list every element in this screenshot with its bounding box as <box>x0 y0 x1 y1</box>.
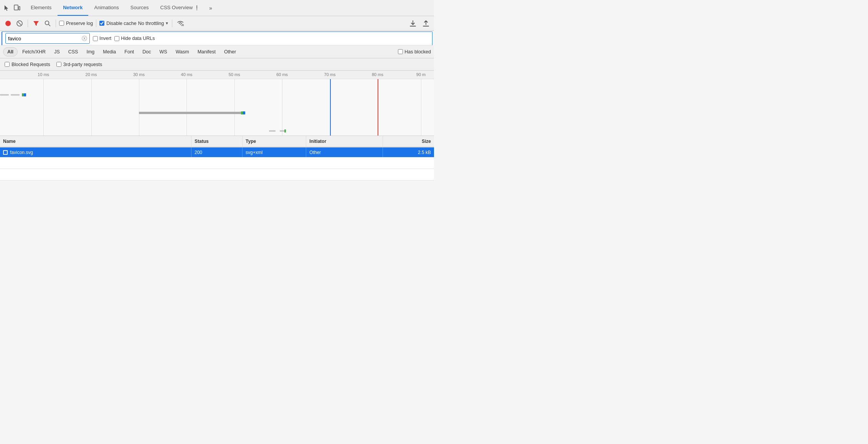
network-settings-button[interactable] <box>175 18 185 28</box>
type-filter-fetch-xhr[interactable]: Fetch/XHR <box>18 48 50 56</box>
type-filter-bar: All Fetch/XHR JS CSS Img Media Font Doc … <box>0 45 434 58</box>
ruler-mark-60ms: 60 ms <box>276 72 288 77</box>
bar-stall-1 <box>0 94 9 96</box>
search-input-wrapper: ⓧ <box>5 33 90 44</box>
td-status: 200 <box>191 147 243 157</box>
export-button[interactable] <box>421 18 431 28</box>
bar-ttfb-3 <box>284 129 286 133</box>
separator-3 <box>96 20 96 27</box>
bar-download-2 <box>243 111 245 114</box>
table-empty-row-2 <box>0 169 434 181</box>
td-type: svg+xml <box>243 147 306 157</box>
ruler-mark-10ms: 10 ms <box>38 72 49 77</box>
waterfall-row-1 <box>0 91 434 99</box>
waterfall-timeline: 10 ms 20 ms 30 ms 40 ms 50 ms 60 ms 70 m… <box>0 71 434 136</box>
table-header: Name Status Type Initiator Size <box>0 136 434 147</box>
tab-animations[interactable]: Animations <box>89 0 124 16</box>
col-type[interactable]: Type <box>243 136 306 147</box>
col-status[interactable]: Status <box>191 136 243 147</box>
filter-bar: ⓧ Invert Hide data URLs <box>2 31 432 45</box>
svg-point-2 <box>196 9 197 10</box>
search-button[interactable] <box>43 18 53 28</box>
col-initiator[interactable]: Initiator <box>306 136 383 147</box>
bar-stall-4 <box>280 130 284 132</box>
td-size: 2.5 kB <box>383 147 434 157</box>
svg-line-5 <box>18 22 21 25</box>
cursor-icon[interactable] <box>3 4 11 12</box>
blocked-requests-bar: Blocked Requests 3rd-party requests <box>0 58 434 71</box>
hide-data-urls-checkbox[interactable] <box>114 36 119 41</box>
search-input[interactable] <box>8 36 80 41</box>
ruler-mark-30ms: 30 ms <box>133 72 145 77</box>
waterfall-row-3 <box>0 127 434 135</box>
type-filter-manifest[interactable]: Manifest <box>194 48 219 56</box>
svg-point-6 <box>45 21 49 25</box>
bar-download-1 <box>24 93 26 96</box>
tab-network[interactable]: Network <box>58 0 88 16</box>
ruler-mark-40ms: 40 ms <box>181 72 192 77</box>
svg-point-3 <box>5 21 11 26</box>
devtools-icons <box>3 4 21 12</box>
svg-rect-0 <box>14 5 18 10</box>
preserve-log-checkbox[interactable] <box>59 21 64 26</box>
col-name[interactable]: Name <box>0 136 191 147</box>
device-icon[interactable] <box>13 4 21 12</box>
blocked-requests-checkbox[interactable] <box>5 62 10 67</box>
type-filter-doc[interactable]: Doc <box>139 48 155 56</box>
type-filter-other[interactable]: Other <box>220 48 240 56</box>
vline-load <box>378 79 378 136</box>
invert-checkbox[interactable] <box>93 36 98 41</box>
disable-cache-checkbox[interactable] <box>99 21 104 26</box>
type-filter-media[interactable]: Media <box>99 48 120 56</box>
type-filter-img[interactable]: Img <box>83 48 98 56</box>
throttle-selector[interactable]: No throttling ▼ <box>138 21 169 26</box>
type-filter-ws[interactable]: WS <box>156 48 171 56</box>
type-filter-wasm[interactable]: Wasm <box>172 48 193 56</box>
vline-domloaded <box>330 79 331 136</box>
svg-line-7 <box>49 24 51 26</box>
hide-data-urls-checkbox-label[interactable]: Hide data URLs <box>114 36 155 41</box>
blocked-requests-label[interactable]: Blocked Requests <box>5 62 50 67</box>
invert-checkbox-label[interactable]: Invert <box>93 36 111 41</box>
tab-elements[interactable]: Elements <box>25 0 57 16</box>
has-blocked-group: Has blocked <box>398 49 431 55</box>
tab-css-overview[interactable]: CSS Overview <box>155 0 205 16</box>
clear-search-button[interactable]: ⓧ <box>82 36 87 41</box>
third-party-checkbox[interactable] <box>56 62 61 67</box>
more-tabs-button[interactable]: » <box>207 3 215 13</box>
bar-stall-3 <box>269 130 276 132</box>
tab-sources[interactable]: Sources <box>125 0 154 16</box>
waterfall-row-2 <box>0 109 434 117</box>
filter-button[interactable] <box>31 18 41 28</box>
ruler-mark-80ms: 80 ms <box>372 72 383 77</box>
separator-2 <box>56 20 56 27</box>
tab-bar: Elements Network Animations Sources CSS … <box>0 0 434 16</box>
waterfall-ruler: 10 ms 20 ms 30 ms 40 ms 50 ms 60 ms 70 m… <box>0 71 434 79</box>
network-toolbar: Preserve log Disable cache No throttling… <box>0 16 434 31</box>
has-blocked-checkbox[interactable] <box>398 49 403 54</box>
separator-4 <box>172 20 172 27</box>
type-filter-css[interactable]: CSS <box>64 48 82 56</box>
bar-stall-long <box>139 112 243 114</box>
import-button[interactable] <box>408 18 418 28</box>
type-filter-js[interactable]: JS <box>50 48 64 56</box>
clear-button[interactable] <box>15 18 25 28</box>
file-checkbox-icon <box>3 150 8 155</box>
record-button[interactable] <box>3 18 13 28</box>
disable-cache-label[interactable]: Disable cache <box>99 21 137 26</box>
preserve-log-label[interactable]: Preserve log <box>59 21 93 26</box>
import-export-buttons <box>408 18 431 28</box>
table-empty-row-1 <box>0 157 434 169</box>
ruler-mark-50ms: 50 ms <box>229 72 240 77</box>
table-row[interactable]: favicon.svg 200 svg+xml Other 2.5 kB <box>0 147 434 157</box>
ruler-mark-70ms: 70 ms <box>324 72 336 77</box>
ruler-mark-90ms: 90 m <box>416 72 426 77</box>
third-party-label[interactable]: 3rd-party requests <box>56 62 102 67</box>
td-name: favicon.svg <box>0 147 191 157</box>
type-filter-font[interactable]: Font <box>120 48 138 56</box>
col-size[interactable]: Size <box>383 136 434 147</box>
waterfall-content <box>0 79 434 136</box>
throttle-arrow-icon: ▼ <box>165 21 169 25</box>
bar-stall-2 <box>11 94 20 96</box>
type-filter-all[interactable]: All <box>3 47 18 56</box>
